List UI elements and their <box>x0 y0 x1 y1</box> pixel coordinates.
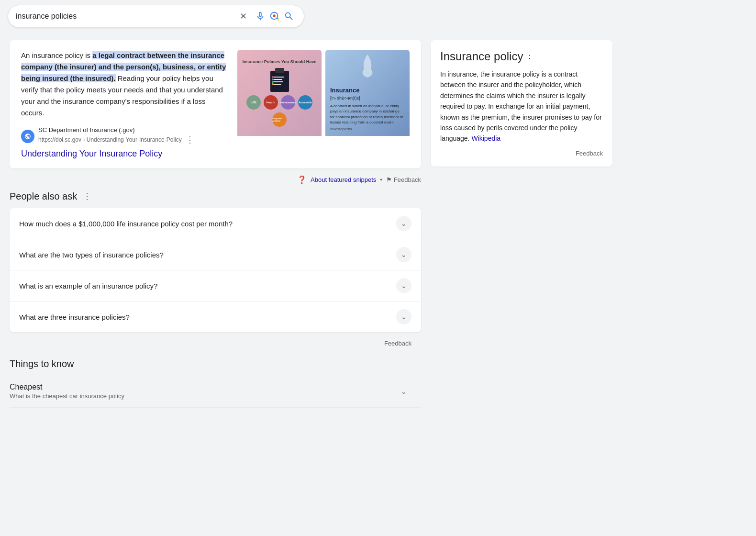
right-column: Insurance policy ： In insurance, the ins… <box>431 40 612 408</box>
question-icon: ❓ <box>297 175 307 184</box>
blue-title: Insurance <box>330 87 405 94</box>
svg-point-0 <box>273 14 276 17</box>
things-item-title-0: Cheapest <box>10 383 396 391</box>
blue-source: Investopedia <box>330 127 405 131</box>
search-bar-container: ✕ <box>0 0 756 33</box>
snippet-link[interactable]: Understanding Your Insurance Policy <box>21 149 228 159</box>
circle-icons: Life Health Homeowners Automobile Long-t… <box>241 95 318 127</box>
paa-menu-button[interactable]: ⋮ <box>81 190 93 202</box>
things-item-0[interactable]: Cheapest What is the cheapest car insura… <box>10 375 421 408</box>
faq-chevron-1: ⌄ <box>396 247 411 262</box>
svg-point-10 <box>272 83 274 85</box>
about-snippets-link[interactable]: About featured snippets <box>311 176 376 183</box>
svg-rect-5 <box>273 81 283 82</box>
kp-body: In insurance, the insurance policy is a … <box>440 69 603 144</box>
lens-search-button[interactable] <box>267 9 282 23</box>
faq-chevron-3: ⌄ <box>396 309 411 324</box>
voice-search-button[interactable] <box>253 9 267 23</box>
things-item-sub-0: What is the cheapest car insurance polic… <box>10 392 396 400</box>
snippet-images: Insurance Policies You Should Have <box>237 50 410 159</box>
snippet-text-area: An insurance policy is a legal contract … <box>21 50 228 159</box>
source-info: SC Department of Insurance (.gov) https:… <box>38 126 196 146</box>
things-title-text: Things to know <box>10 358 74 369</box>
people-also-ask-section: People also ask ⋮ How much does a $1,000… <box>10 190 421 355</box>
circle-life: Life <box>246 95 261 110</box>
faq-feedback[interactable]: Feedback <box>10 336 421 355</box>
things-to-know-title: Things to know <box>10 358 421 369</box>
lens-icon <box>269 11 280 22</box>
search-bar: ✕ <box>8 5 304 28</box>
blue-text-content: Insurance [in-ˈshu̇r-ən(t)s] A contract … <box>330 87 405 131</box>
svg-point-7 <box>272 76 274 78</box>
faq-question-3: What are three insurance policies? <box>19 313 130 321</box>
snippet-text-before: An insurance policy is <box>21 51 92 59</box>
clipboard-svg <box>269 67 290 93</box>
source-name: SC Department of Insurance (.gov) <box>38 126 196 134</box>
left-column: An insurance policy is a legal contract … <box>10 40 421 408</box>
search-input[interactable] <box>16 12 238 21</box>
kp-menu-icon[interactable]: ： <box>526 52 534 62</box>
kp-title: Insurance policy ： <box>440 50 603 63</box>
snippet-image-2[interactable]: Insurance [in-ˈshu̇r-ən(t)s] A contract … <box>325 50 410 159</box>
divider <box>251 11 251 22</box>
dot-separator: • <box>380 176 382 183</box>
faq-question-1: What are the two types of insurance poli… <box>19 251 164 259</box>
kp-feedback[interactable]: Feedback <box>440 150 603 157</box>
flame-icon <box>358 54 377 79</box>
faq-item-0[interactable]: How much does a $1,000,000 life insuranc… <box>10 208 421 239</box>
svg-point-8 <box>272 78 274 80</box>
svg-rect-2 <box>275 68 284 73</box>
kp-body-text: In insurance, the insurance policy is a … <box>440 70 602 142</box>
paa-title-text: People also ask <box>10 191 77 202</box>
flag-icon: ⚑ <box>386 176 392 183</box>
blue-phonetic: [in-ˈshu̇r-ən(t)s] <box>330 96 405 100</box>
source-menu-button[interactable]: ⋮ <box>184 134 196 146</box>
circle-automobile: Automobile <box>298 95 312 110</box>
main-content: An insurance policy is a legal contract … <box>0 33 622 415</box>
faq-item-3[interactable]: What are three insurance policies? ⌄ <box>10 302 421 332</box>
circle-homeowners: Homeowners <box>281 95 295 110</box>
image-1-content: Insurance Policies You Should Have <box>237 56 322 131</box>
circle-health: Health <box>264 95 278 110</box>
things-item-content-0: Cheapest What is the cheapest car insura… <box>10 383 396 400</box>
source-url: https://doi.sc.gov › Understanding-Your-… <box>38 134 196 146</box>
knowledge-panel: Insurance policy ： In insurance, the ins… <box>431 40 612 167</box>
kp-title-text: Insurance policy <box>440 50 523 63</box>
circle-disability: Long-term disability <box>272 112 287 127</box>
clear-button[interactable]: ✕ <box>238 9 249 23</box>
mic-icon <box>255 11 266 22</box>
source-favicon <box>21 130 34 143</box>
search-icon <box>284 11 294 22</box>
svg-rect-3 <box>273 77 284 78</box>
featured-snippet: An insurance policy is a legal contract … <box>10 40 421 168</box>
snippet-source: SC Department of Insurance (.gov) https:… <box>21 126 228 146</box>
faq-item-1[interactable]: What are the two types of insurance poli… <box>10 239 421 270</box>
snippet-body: An insurance policy is a legal contract … <box>21 50 228 119</box>
svg-rect-6 <box>273 84 281 85</box>
svg-point-9 <box>272 81 274 83</box>
search-button[interactable] <box>282 9 296 23</box>
faq-question-0: How much does a $1,000,000 life insuranc… <box>19 220 233 228</box>
faq-container: How much does a $1,000,000 life insuranc… <box>10 208 421 332</box>
faq-question-2: What is an example of an insurance polic… <box>19 282 157 290</box>
source-url-text: https://doi.sc.gov › Understanding-Your-… <box>38 136 182 143</box>
faq-item-2[interactable]: What is an example of an insurance polic… <box>10 270 421 302</box>
faq-chevron-2: ⌄ <box>396 278 411 293</box>
feedback-label[interactable]: Feedback <box>394 176 421 183</box>
feedback-link[interactable]: ⚑ Feedback <box>386 176 421 183</box>
things-chevron-0: ⌄ <box>396 384 411 399</box>
kp-wikipedia-link[interactable]: Wikipedia <box>471 134 500 142</box>
blue-description: A contract in which an individual or ent… <box>330 103 405 125</box>
image-1-label: Insurance Policies You Should Have <box>243 59 317 64</box>
people-also-ask-title: People also ask ⋮ <box>10 190 421 202</box>
things-to-know-section: Things to know Cheapest What is the chea… <box>10 358 421 408</box>
svg-rect-4 <box>273 79 282 80</box>
snippet-image-1[interactable]: Insurance Policies You Should Have <box>237 50 322 159</box>
about-snippets-bar: ❓ About featured snippets • ⚑ Feedback <box>10 172 421 190</box>
faq-chevron-0: ⌄ <box>396 216 411 231</box>
